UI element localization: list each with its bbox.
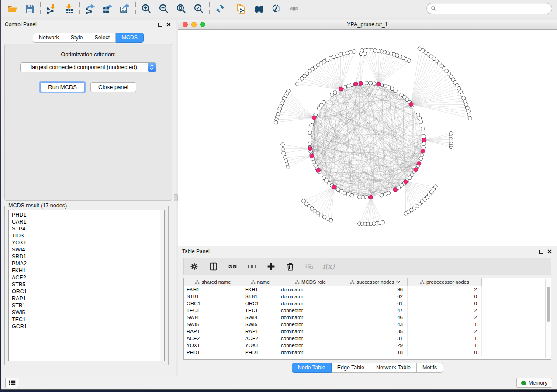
close-mcds-panel-button[interactable]: Close panel: [90, 82, 136, 92]
table-cell[interactable]: PHD1: [242, 349, 278, 356]
refresh-button[interactable]: [213, 2, 227, 16]
mcds-result-item[interactable]: STP4: [9, 225, 164, 232]
graph-nodes[interactable]: [274, 47, 472, 226]
table-cell[interactable]: 61: [343, 300, 408, 307]
mcds-result-list[interactable]: PHD1CAR1STP4TID3YOX1SWI4SRD1PMA2FKH1ACE2…: [8, 210, 165, 361]
table-cell[interactable]: connector: [278, 335, 343, 342]
save-button[interactable]: [23, 2, 37, 16]
column-header-name[interactable]: name: [242, 278, 278, 286]
table-cell[interactable]: 2: [408, 286, 482, 293]
mcds-result-item[interactable]: TEC1: [9, 316, 164, 323]
close-panel-button[interactable]: [166, 21, 172, 28]
tab-network[interactable]: Network: [33, 33, 65, 43]
float-panel-button[interactable]: [157, 21, 163, 28]
table-row[interactable]: YOX1YOX1connector291: [184, 342, 551, 349]
function-builder-button[interactable]: f(x): [323, 261, 334, 272]
table-cell[interactable]: SWI5: [242, 321, 278, 328]
mcds-result-item[interactable]: FKH1: [9, 267, 164, 274]
mcds-result-scrollbar[interactable]: [160, 210, 164, 361]
table-row[interactable]: STB1STB1dominator620: [184, 293, 551, 300]
memory-button[interactable]: Memory: [516, 378, 552, 388]
table-cell[interactable]: SWI5: [184, 321, 242, 328]
column-header-MCDS-role[interactable]: MCDS role: [278, 278, 343, 286]
zoom-selected-button[interactable]: [192, 2, 206, 16]
network-canvas[interactable]: [178, 30, 557, 246]
table-cell[interactable]: TEC1: [184, 307, 242, 314]
table-cell[interactable]: connector: [278, 307, 343, 314]
tab-mcds[interactable]: MCDS: [116, 33, 144, 43]
table-cell[interactable]: FKH1: [184, 286, 242, 293]
mcds-result-item[interactable]: SRD1: [9, 253, 164, 260]
table-cell[interactable]: 1: [408, 342, 482, 349]
table-cell[interactable]: 43: [343, 321, 408, 328]
table-row[interactable]: SWI4SWI4dominator462: [184, 314, 551, 321]
export-table-button[interactable]: [100, 2, 114, 16]
table-cell[interactable]: 2: [408, 307, 482, 314]
table-cell[interactable]: 0: [408, 300, 482, 307]
add-column-button[interactable]: [265, 261, 277, 272]
table-cell[interactable]: STB1: [184, 293, 242, 300]
table-cell[interactable]: RAP1: [184, 328, 242, 335]
table-cell[interactable]: dominator: [278, 349, 343, 356]
table-cell[interactable]: 46: [343, 314, 408, 321]
table-cell[interactable]: YOX1: [184, 342, 242, 349]
node-table[interactable]: shared namenameMCDS rolesuccessor nodesp…: [183, 278, 551, 360]
table-tab-motifs[interactable]: Motifs: [417, 363, 443, 373]
table-cell[interactable]: ORC1: [242, 300, 278, 307]
export-network-button[interactable]: [83, 2, 97, 16]
table-cell[interactable]: dominator: [278, 300, 343, 307]
search-network-button[interactable]: [252, 2, 266, 16]
select-all-button[interactable]: [227, 261, 238, 272]
table-cell[interactable]: STB1: [242, 293, 278, 300]
column-header-predecessor-nodes[interactable]: predecessor nodes: [408, 278, 482, 286]
zoom-in-button[interactable]: [139, 2, 153, 16]
mcds-result-item[interactable]: PHD1: [9, 211, 164, 218]
deselect-all-button[interactable]: [246, 261, 257, 272]
network-window-titlebar[interactable]: YPA_prune.txt_1: [178, 20, 557, 30]
table-cell[interactable]: TEC1: [242, 307, 278, 314]
mcds-result-item[interactable]: SWI4: [9, 246, 164, 253]
show-hide-button[interactable]: [287, 2, 301, 16]
mcds-result-item[interactable]: STB1: [9, 302, 164, 309]
table-scrollbar[interactable]: [545, 279, 550, 358]
table-cell[interactable]: RAP1: [242, 328, 278, 335]
table-row[interactable]: ACE2ACE2connector311: [184, 335, 551, 342]
mcds-result-item[interactable]: PMA2: [9, 260, 164, 267]
mcds-result-item[interactable]: TID3: [9, 232, 164, 239]
mcds-result-item[interactable]: SWI5: [9, 309, 164, 316]
table-cell[interactable]: 96: [343, 286, 408, 293]
export-image-button[interactable]: [118, 2, 132, 16]
table-row[interactable]: FKH1FKH1dominator962: [184, 286, 551, 293]
scrollbar-thumb[interactable]: [547, 287, 550, 322]
table-cell[interactable]: 31: [343, 335, 408, 342]
task-history-button[interactable]: [5, 378, 19, 388]
table-row[interactable]: RAP1RAP1dominator352: [184, 328, 551, 335]
table-cell[interactable]: ACE2: [184, 335, 242, 342]
table-cell[interactable]: FKH1: [242, 286, 278, 293]
table-cell[interactable]: 2: [408, 328, 482, 335]
delete-table-button[interactable]: [304, 261, 315, 272]
import-table-button[interactable]: [62, 2, 76, 16]
table-cell[interactable]: 62: [343, 293, 408, 300]
network-view[interactable]: [178, 30, 557, 246]
table-cell[interactable]: 18: [343, 349, 408, 356]
table-cell[interactable]: 1: [408, 321, 482, 328]
table-cell[interactable]: ACE2: [242, 335, 278, 342]
column-header-successor-nodes[interactable]: successor nodes: [343, 278, 408, 286]
table-cell[interactable]: 1: [408, 335, 482, 342]
optimization-criterion-select[interactable]: largest connected component (undirected): [20, 62, 156, 72]
table-cell[interactable]: 0: [408, 293, 482, 300]
open-button[interactable]: [5, 2, 19, 16]
table-row[interactable]: TEC1TEC1connector472: [184, 307, 551, 314]
mcds-result-item[interactable]: ACE2: [9, 274, 164, 281]
zoom-out-button[interactable]: [157, 2, 171, 16]
run-mcds-button[interactable]: Run MCDS: [40, 82, 85, 92]
table-cell[interactable]: SWI4: [242, 314, 278, 321]
table-cell[interactable]: 35: [343, 328, 408, 335]
table-row[interactable]: ORC1ORC1dominator610: [184, 300, 551, 307]
table-cell[interactable]: dominator: [278, 314, 343, 321]
table-options-button[interactable]: [188, 261, 200, 272]
table-cell[interactable]: connector: [278, 321, 343, 328]
table-cell[interactable]: dominator: [278, 293, 343, 300]
search-input[interactable]: [439, 6, 548, 12]
